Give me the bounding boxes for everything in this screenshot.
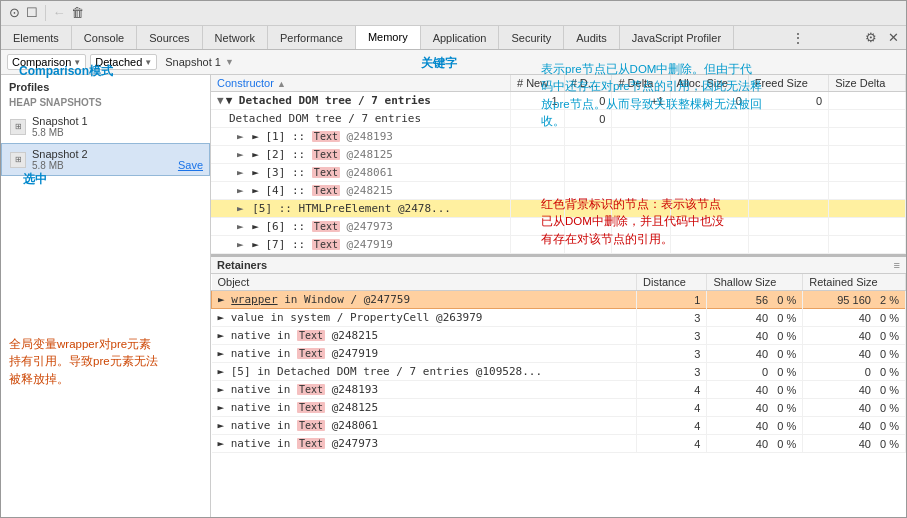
constructor-row[interactable]: ► ► [2] :: Text @248125 xyxy=(211,146,906,164)
retainer-col-object[interactable]: Object xyxy=(212,274,637,291)
snapshot-dropdown-arrow: ▼ xyxy=(225,57,234,67)
constructor-row[interactable]: Detached DOM tree / 7 entries 0 xyxy=(211,110,906,128)
lower-pane: Retainers ≡ Object Distance Shallow Size… xyxy=(211,257,906,517)
child-expand-arrow[interactable]: ► xyxy=(237,130,244,143)
delta-cell xyxy=(612,164,670,182)
text-tag: Text xyxy=(297,330,325,341)
comparison-label: Comparison xyxy=(12,56,71,68)
retainer-title: Retainers xyxy=(217,259,267,271)
comparison-dropdown[interactable]: Comparison ▼ xyxy=(7,54,86,70)
tab-memory[interactable]: Memory xyxy=(356,26,421,51)
constructor-row[interactable]: ▼▼ Detached DOM tree / 7 entries 1 0 +1 … xyxy=(211,92,906,110)
tab-audits[interactable]: Audits xyxy=(564,26,620,51)
child-label: ► ► [4] :: Text @248215 xyxy=(237,184,393,197)
child-expand-arrow[interactable]: ► xyxy=(237,220,244,233)
deleted-cell xyxy=(564,182,612,200)
delete-button[interactable]: 🗑 xyxy=(68,4,86,22)
size-delta-cell xyxy=(829,92,906,110)
freed-cell xyxy=(748,128,828,146)
more-tabs-button[interactable]: ⋮ xyxy=(783,30,813,46)
retainer-row[interactable]: ► native in Text @247919 3 40 0 % 40 0 % xyxy=(212,345,906,363)
expand-arrow[interactable]: ▼ xyxy=(217,94,224,107)
text-tag: Text xyxy=(297,348,325,359)
retainer-distance-cell: 3 xyxy=(637,327,707,345)
constructor-row[interactable]: ► ► [7] :: Text @247919 xyxy=(211,236,906,254)
address: @248061 xyxy=(347,166,393,179)
save-link[interactable]: Save xyxy=(178,159,203,171)
col-new[interactable]: # New xyxy=(510,75,564,92)
retainer-row[interactable]: ► wrapper in Window / @247759 1 56 0 % 9… xyxy=(212,291,906,309)
tab-js-profiler[interactable]: JavaScript Profiler xyxy=(620,26,734,51)
constructor-row[interactable]: ► ► [3] :: Text @248061 xyxy=(211,164,906,182)
alloc-cell xyxy=(670,128,748,146)
child-expand-arrow[interactable]: ► xyxy=(237,184,244,197)
retainer-distance-cell: 4 xyxy=(637,399,707,417)
new-cell xyxy=(510,236,564,254)
back-button[interactable]: ← xyxy=(50,4,68,22)
tab-elements[interactable]: Elements xyxy=(1,26,72,51)
alloc-cell xyxy=(670,236,748,254)
retainer-row[interactable]: ► native in Text @247973 4 40 0 % 40 0 % xyxy=(212,435,906,453)
detached-dropdown[interactable]: Detached ▼ xyxy=(90,54,157,70)
retainer-object-cell: ► native in Text @248125 xyxy=(212,399,637,417)
new-cell xyxy=(510,182,564,200)
col-alloc-size[interactable]: Alloc. Size xyxy=(670,75,748,92)
retainer-shallow-cell: 40 0 % xyxy=(707,309,803,327)
constructor-row[interactable]: ► [5] :: HTMLPreElement @2478... xyxy=(211,200,906,218)
col-size-delta[interactable]: Size Delta xyxy=(829,75,906,92)
child-label: ► ► [3] :: Text @248061 xyxy=(237,166,393,179)
tab-performance[interactable]: Performance xyxy=(268,26,356,51)
constructor-cell: ► ► [6] :: Text @247973 xyxy=(211,218,510,236)
child-expand-arrow[interactable]: ► xyxy=(237,202,244,215)
tab-console[interactable]: Console xyxy=(72,26,137,51)
upper-table[interactable]: Constructor ▲ # New # D... # Delta Alloc… xyxy=(211,75,906,257)
child-expand-arrow[interactable]: ► xyxy=(237,238,244,251)
retainer-shallow-cell: 40 0 % xyxy=(707,327,803,345)
col-delta[interactable]: # Delta xyxy=(612,75,670,92)
retainer-row[interactable]: ► [5] in Detached DOM tree / 7 entries @… xyxy=(212,363,906,381)
retainer-object-cell: ► wrapper in Window / @247759 xyxy=(212,291,637,309)
child-expand-arrow[interactable]: ► xyxy=(237,166,244,179)
col-deleted[interactable]: # D... xyxy=(564,75,612,92)
size-delta-cell xyxy=(829,218,906,236)
device-toggle-button[interactable]: ☐ xyxy=(23,4,41,22)
constructor-row[interactable]: ► ► [1] :: Text @248193 xyxy=(211,128,906,146)
close-devtools-button[interactable]: ✕ xyxy=(884,29,902,47)
snapshot-info-2: Snapshot 2 5.8 MB xyxy=(32,148,201,171)
retainer-shallow-cell: 40 0 % xyxy=(707,381,803,399)
constructor-cell: ► ► [7] :: Text @247919 xyxy=(211,236,510,254)
tab-security[interactable]: Security xyxy=(499,26,564,51)
constructor-cell: ► ► [4] :: Text @248215 xyxy=(211,182,510,200)
col-freed-size[interactable]: Freed Size xyxy=(748,75,828,92)
constructor-row[interactable]: ► ► [4] :: Text @248215 xyxy=(211,182,906,200)
child-expand-arrow[interactable]: ► xyxy=(237,148,244,161)
retainer-table-container[interactable]: Object Distance Shallow Size Retained Si… xyxy=(211,274,906,517)
retainer-col-shallow[interactable]: Shallow Size xyxy=(707,274,803,291)
constructor-cell: ► ► [1] :: Text @248193 xyxy=(211,128,510,146)
retainer-row[interactable]: ► value in system / PropertyCell @263979… xyxy=(212,309,906,327)
retainer-distance-cell: 3 xyxy=(637,345,707,363)
tab-application[interactable]: Application xyxy=(421,26,500,51)
settings-button[interactable]: ⚙ xyxy=(862,29,880,47)
retainer-row[interactable]: ► native in Text @248061 4 40 0 % 40 0 % xyxy=(212,417,906,435)
retainer-row[interactable]: ► native in Text @248193 4 40 0 % 40 0 % xyxy=(212,381,906,399)
tab-network[interactable]: Network xyxy=(203,26,268,51)
retainer-shallow-cell: 40 0 % xyxy=(707,435,803,453)
delta-cell xyxy=(612,218,670,236)
snapshot-item-2[interactable]: ⊞ Snapshot 2 5.8 MB Save xyxy=(1,143,210,176)
snapshot-icon-1: ⊞ xyxy=(10,119,26,135)
new-cell xyxy=(510,128,564,146)
retainer-shallow-cell: 0 0 % xyxy=(707,363,803,381)
profiles-header: Profiles xyxy=(1,75,210,95)
col-constructor[interactable]: Constructor ▲ xyxy=(211,75,510,92)
snapshot-item-1[interactable]: ⊞ Snapshot 1 5.8 MB xyxy=(1,110,210,143)
constructor-row[interactable]: ► ► [6] :: Text @247973 xyxy=(211,218,906,236)
freed-cell xyxy=(748,200,828,218)
retainer-col-retained[interactable]: Retained Size xyxy=(803,274,906,291)
inspect-icon-button[interactable]: ⊙ xyxy=(5,4,23,22)
retainer-row[interactable]: ► native in Text @248125 4 40 0 % 40 0 % xyxy=(212,399,906,417)
retainer-col-distance[interactable]: Distance xyxy=(637,274,707,291)
retainer-row[interactable]: ► native in Text @248215 3 40 0 % 40 0 % xyxy=(212,327,906,345)
child-label: ► [5] :: HTMLPreElement @2478... xyxy=(237,202,451,215)
tab-sources[interactable]: Sources xyxy=(137,26,202,51)
